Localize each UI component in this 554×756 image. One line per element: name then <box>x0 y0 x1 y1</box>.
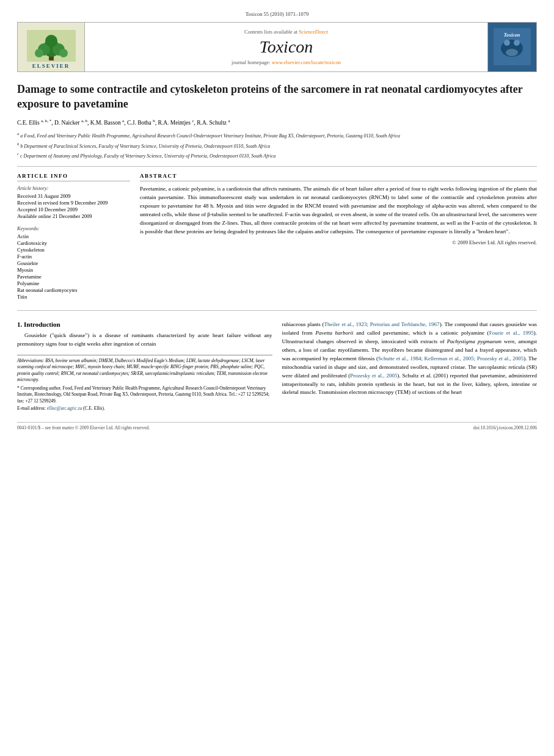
toxicon-cover-icon: Toxicon <box>492 27 532 67</box>
header-center: Contents lists available at ScienceDirec… <box>85 23 487 71</box>
footnotes: Abbreviations: BSA, bovine serum albumin… <box>17 355 272 412</box>
email-label: E-mail address: <box>17 405 46 411</box>
homepage-url[interactable]: www.elsevier.com/locate/toxicon <box>272 59 341 65</box>
sciencedirect-link[interactable]: ScienceDirect <box>299 29 328 35</box>
abstract-paragraph: Pavetamine, a cationic polyamine, is a c… <box>140 185 537 236</box>
bottom-bar: 0041-0101/$ – see front matter © 2009 El… <box>17 422 537 431</box>
article-title: Damage to some contractile and cytoskele… <box>17 82 537 112</box>
affil-b: b b Department of Paraclinical Sciences,… <box>17 141 537 150</box>
divider-1 <box>17 166 537 167</box>
svg-text:Toxicon: Toxicon <box>504 32 520 38</box>
keyword-9: Titin <box>17 294 130 300</box>
abstract-header: ABSTRACT <box>140 173 537 181</box>
toxicon-badge-area: Toxicon <box>487 23 536 71</box>
authors-line: C.E. Ellis a, b, *, D. Naicker a, b, K.M… <box>17 118 537 127</box>
keyword-2: Cytoskeleton <box>17 247 130 253</box>
page-wrapper: Toxicon 55 (2010) 1071–1079 ELSEVIER <box>0 0 554 442</box>
svg-point-12 <box>514 40 520 46</box>
intro-paragraph-1: Gousiekte ("quick disease") is a disease… <box>17 332 272 349</box>
abbrev-label: Abbreviations: <box>17 358 44 363</box>
article-title-section: Damage to some contractile and cytoskele… <box>17 82 537 160</box>
sciencedirect-prefix: Contents lists available at <box>244 29 299 35</box>
date-accepted: Accepted 10 December 2009 <box>17 206 130 213</box>
keyword-5: Myosin <box>17 267 130 273</box>
affil-a: a a Food, Feed and Veterinary Public Hea… <box>17 131 537 140</box>
journal-homepage: journal homepage: www.elsevier.com/locat… <box>231 59 341 65</box>
article-info-col: ARTICLE INFO Article history: Received 3… <box>17 173 130 300</box>
intro-right-paragraph: rubiaceous plants (Theiler et al., 1923;… <box>282 321 538 397</box>
svg-point-5 <box>45 35 57 47</box>
elsevier-tree-icon <box>27 30 76 62</box>
date-received: Received 31 August 2009 <box>17 193 130 199</box>
bottom-bar-left: 0041-0101/$ – see front matter © 2009 El… <box>17 425 150 431</box>
keyword-0: Actin <box>17 233 130 239</box>
history-label: Article history: <box>17 185 130 191</box>
bottom-bar-right: doi:10.1016/j.toxicon.2009.12.006 <box>473 425 537 431</box>
date-revised: Received in revised form 9 December 2009 <box>17 200 130 206</box>
abstract-col: ABSTRACT Pavetamine, a cationic polyamin… <box>140 173 537 300</box>
keyword-8: Rat neonatal cardiomyocytes <box>17 287 130 293</box>
journal-ref: Toxicon 55 (2010) 1071–1079 <box>17 11 537 17</box>
copyright-line: © 2009 Elsevier Ltd. All rights reserved… <box>140 239 537 247</box>
keywords-section: Keywords: Actin Cardiotoxicity Cytoskele… <box>17 225 130 300</box>
date-online: Available online 21 December 2009 <box>17 213 130 219</box>
svg-point-13 <box>506 49 518 56</box>
affil-c: c c Department of Anatomy and Physiology… <box>17 151 537 160</box>
corresponding-label: * Corresponding author. <box>17 385 62 391</box>
intro-title: 1. Introduction <box>17 321 272 328</box>
body-section: 1. Introduction Gousiekte ("quick diseas… <box>17 321 537 413</box>
intro-right-text: rubiaceous plants (Theiler et al., 1923;… <box>282 321 538 397</box>
sciencedirect-line: Contents lists available at ScienceDirec… <box>244 29 328 35</box>
affiliations: a a Food, Feed and Veterinary Public Hea… <box>17 131 537 160</box>
body-col-left: 1. Introduction Gousiekte ("quick diseas… <box>17 321 272 413</box>
svg-point-6 <box>35 49 43 57</box>
divider-2 <box>17 310 537 311</box>
elsevier-label: ELSEVIER <box>32 63 70 69</box>
toxicon-badge: Toxicon <box>490 24 534 70</box>
svg-point-7 <box>59 49 68 57</box>
homepage-prefix: journal homepage: <box>231 59 272 65</box>
body-two-col: 1. Introduction Gousiekte ("quick diseas… <box>17 321 537 413</box>
keyword-3: F-actin <box>17 253 130 260</box>
keyword-6: Pavetamine <box>17 274 130 280</box>
footnote-corresponding: * Corresponding author. Food, Feed and V… <box>17 385 272 405</box>
journal-ref-text: Toxicon 55 (2010) 1071–1079 <box>246 11 309 17</box>
keyword-1: Cardiotoxicity <box>17 240 130 246</box>
email-suffix: (C.E. Ellis). <box>83 405 105 411</box>
footnote-abbrev: Abbreviations: BSA, bovine serum albumin… <box>17 358 272 383</box>
keywords-label: Keywords: <box>17 225 130 231</box>
abbrev-text: BSA, bovine serum albumin; DMEM, Dulbecc… <box>17 358 268 383</box>
svg-point-11 <box>504 40 510 46</box>
footnote-email: E-mail address: ellisc@arc.agric.za (C.E… <box>17 405 272 412</box>
body-col-right: rubiaceous plants (Theiler et al., 1923;… <box>282 321 538 413</box>
email-address[interactable]: ellisc@arc.agric.za <box>47 405 82 411</box>
info-abstract-section: ARTICLE INFO Article history: Received 3… <box>17 173 537 300</box>
keyword-4: Gousiekte <box>17 260 130 266</box>
keyword-7: Polyamine <box>17 280 130 286</box>
header-box: ELSEVIER Contents lists available at Sci… <box>17 22 537 72</box>
article-info-header: ARTICLE INFO <box>17 173 130 181</box>
elsevier-logo-area: ELSEVIER <box>18 23 85 71</box>
abstract-text: Pavetamine, a cationic polyamine, is a c… <box>140 185 537 247</box>
journal-title: Toxicon <box>260 37 313 57</box>
